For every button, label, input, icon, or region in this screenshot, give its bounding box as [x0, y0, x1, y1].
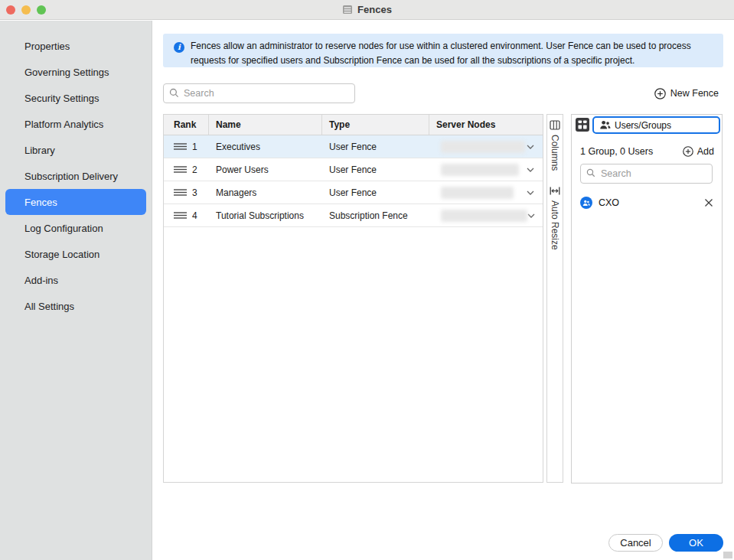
- fence-search: [163, 83, 355, 103]
- zoom-window-button[interactable]: [37, 5, 46, 15]
- server-nodes-dropdown[interactable]: [429, 158, 543, 181]
- column-header-name[interactable]: Name: [209, 115, 322, 135]
- plus-circle-icon: [683, 146, 693, 157]
- rank-value: 1: [192, 142, 197, 152]
- sidebar-item-governing-settings[interactable]: Governing Settings: [5, 59, 146, 85]
- sidebar-item-platform-analytics[interactable]: Platform Analytics: [5, 111, 146, 137]
- remove-member-button[interactable]: [704, 198, 713, 207]
- fence-type: User Fence: [322, 158, 429, 181]
- column-header-type[interactable]: Type: [322, 115, 429, 135]
- server-nodes-redacted: [441, 141, 525, 153]
- fence-type: Subscription Fence: [322, 204, 429, 226]
- group-avatar: [580, 197, 592, 209]
- fence-search-input[interactable]: [163, 83, 355, 103]
- add-member-button[interactable]: Add: [683, 146, 714, 157]
- window-title: Fences: [357, 4, 392, 15]
- fence-proxy-icon: [342, 5, 353, 15]
- fence-name: Executives: [209, 135, 322, 158]
- sidebar-item-add-ins[interactable]: Add-ins: [5, 267, 146, 293]
- panel-grid-view-button[interactable]: [575, 117, 590, 132]
- tab-users-groups[interactable]: Users/Groups: [592, 116, 720, 134]
- fence-name: Managers: [209, 181, 322, 203]
- fence-type: User Fence: [322, 135, 429, 158]
- columns-tool[interactable]: Columns: [550, 135, 560, 171]
- sidebar-item-library[interactable]: Library: [5, 137, 146, 163]
- column-header-server-nodes[interactable]: Server Nodes: [429, 115, 543, 135]
- main-content: i Fences allow an administrator to reser…: [152, 21, 734, 560]
- members-search: [580, 164, 713, 184]
- chevron-down-icon: [527, 168, 534, 172]
- sidebar-item-fences[interactable]: Fences: [5, 189, 146, 215]
- users-icon: [599, 120, 611, 130]
- info-banner-text: Fences allow an administrator to reserve…: [184, 39, 713, 67]
- drag-handle-icon[interactable]: [174, 143, 187, 150]
- rank-value: 3: [192, 187, 197, 198]
- server-nodes-dropdown[interactable]: [429, 204, 543, 226]
- table-tools-strip: Columns Auto Resize: [546, 114, 563, 483]
- cancel-button[interactable]: Cancel: [608, 534, 663, 552]
- drag-handle-icon[interactable]: [174, 166, 187, 173]
- auto-resize-tool[interactable]: Auto Resize: [550, 200, 560, 250]
- title-bar: Fences: [0, 0, 734, 20]
- grid-icon: [575, 117, 590, 132]
- users-groups-panel: Users/Groups 1 Group, 0 Users Add: [571, 114, 723, 483]
- tab-label: Users/Groups: [615, 120, 671, 131]
- members-search-input[interactable]: [580, 164, 713, 184]
- window-resize-grip[interactable]: [723, 552, 732, 558]
- chevron-down-icon: [527, 190, 534, 195]
- member-name: CXO: [599, 197, 619, 208]
- chevron-down-icon: [527, 213, 535, 218]
- member-list-item: CXO: [580, 196, 713, 210]
- server-nodes-redacted: [441, 210, 527, 222]
- rank-value: 2: [192, 164, 197, 175]
- new-fence-button[interactable]: New Fence: [654, 86, 719, 100]
- ok-button[interactable]: OK: [669, 534, 723, 552]
- group-icon: [582, 200, 590, 207]
- add-label: Add: [697, 146, 714, 157]
- server-nodes-redacted: [441, 164, 519, 176]
- sidebar-item-all-settings[interactable]: All Settings: [5, 293, 146, 319]
- table-row[interactable]: 1 Executives User Fence: [164, 135, 543, 158]
- server-nodes-dropdown[interactable]: [429, 135, 543, 158]
- search-icon: [586, 168, 595, 177]
- columns-icon[interactable]: [550, 120, 560, 130]
- settings-sidebar: Properties Governing Settings Security S…: [0, 21, 152, 560]
- column-header-rank[interactable]: Rank: [164, 115, 209, 135]
- sidebar-item-subscription-delivery[interactable]: Subscription Delivery: [5, 163, 146, 189]
- server-nodes-dropdown[interactable]: [429, 181, 543, 203]
- server-nodes-redacted: [441, 187, 514, 199]
- sidebar-item-security-settings[interactable]: Security Settings: [5, 85, 146, 111]
- table-header: Rank Name Type Server Nodes: [164, 115, 543, 135]
- sidebar-item-log-configuration[interactable]: Log Configuration: [5, 215, 146, 241]
- new-fence-label: New Fence: [670, 88, 719, 99]
- members-count: 1 Group, 0 Users: [580, 146, 653, 157]
- close-icon: [704, 198, 713, 207]
- table-row[interactable]: 3 Managers User Fence: [164, 181, 543, 204]
- info-banner: i Fences allow an administrator to reser…: [163, 34, 723, 67]
- minimize-window-button[interactable]: [21, 5, 31, 15]
- info-icon: i: [174, 42, 184, 53]
- sidebar-item-properties[interactable]: Properties: [5, 33, 146, 59]
- table-row[interactable]: 2 Power Users User Fence: [164, 158, 543, 181]
- chevron-down-icon: [527, 145, 534, 149]
- app-window: Fences Properties Governing Settings Sec…: [0, 0, 734, 560]
- rank-value: 4: [192, 210, 197, 221]
- auto-resize-icon[interactable]: [550, 186, 560, 196]
- fence-type: User Fence: [322, 181, 429, 203]
- traffic-lights: [6, 5, 46, 15]
- search-icon: [169, 88, 179, 98]
- drag-handle-icon[interactable]: [174, 212, 187, 219]
- drag-handle-icon[interactable]: [174, 189, 187, 196]
- close-window-button[interactable]: [6, 5, 15, 15]
- fence-name: Tutorial Subscriptions: [209, 204, 322, 226]
- fence-name: Power Users: [209, 158, 322, 181]
- fences-table: Rank Name Type Server Nodes 1 Executives…: [163, 114, 543, 483]
- sidebar-item-storage-location[interactable]: Storage Location: [5, 241, 146, 267]
- plus-circle-icon: [654, 88, 666, 99]
- table-row[interactable]: 4 Tutorial Subscriptions Subscription Fe…: [164, 204, 543, 227]
